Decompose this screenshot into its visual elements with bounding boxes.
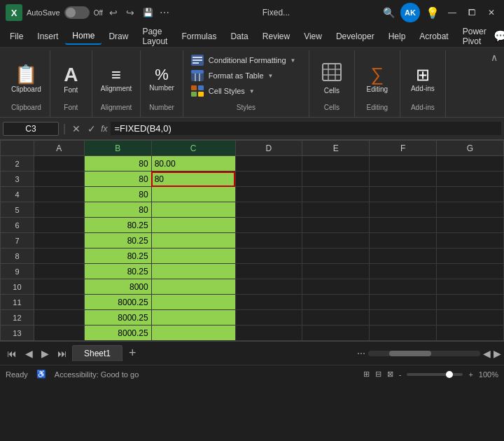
editing-button[interactable]: ∑ Editing (361, 53, 393, 104)
cell-d7[interactable] (235, 233, 302, 248)
zoom-plus-button[interactable]: + (468, 370, 472, 379)
cell-c5[interactable] (151, 202, 235, 218)
cell-d12[interactable] (235, 310, 302, 326)
format-as-table-button[interactable]: Format as Table ▼ (188, 69, 304, 83)
spreadsheet[interactable]: A B C D E F G 2 80 80.00 (0, 140, 504, 341)
menu-insert[interactable]: Insert (30, 29, 65, 44)
cell-g8[interactable] (437, 248, 504, 264)
menu-view[interactable]: View (297, 29, 329, 44)
cell-g11[interactable] (437, 295, 504, 310)
cell-a9[interactable] (34, 264, 84, 279)
cells-button[interactable]: Cells (316, 53, 347, 104)
undo-icon[interactable]: ↩ (107, 7, 120, 18)
cell-reference-input[interactable] (3, 122, 59, 136)
cell-g3[interactable] (437, 172, 504, 187)
cell-b12[interactable]: 8000.25 (84, 310, 151, 326)
cell-b8[interactable]: 80.25 (84, 248, 151, 264)
cell-d6[interactable] (235, 218, 302, 233)
cell-g13[interactable] (437, 326, 504, 341)
cell-e13[interactable] (302, 326, 370, 341)
col-header-g[interactable]: G (437, 141, 504, 156)
user-avatar[interactable]: AK (400, 3, 420, 22)
cell-e5[interactable] (302, 202, 370, 218)
cell-c10[interactable] (151, 279, 235, 295)
cell-c11[interactable] (151, 295, 235, 310)
cell-f8[interactable] (370, 248, 437, 264)
cell-d10[interactable] (235, 279, 302, 295)
cell-c6[interactable] (151, 218, 235, 233)
cell-f5[interactable] (370, 202, 437, 218)
formula-input[interactable] (111, 122, 502, 135)
lightbulb-icon[interactable]: 💡 (426, 6, 440, 20)
cell-a13[interactable] (34, 326, 84, 341)
cell-b3[interactable]: 80 (84, 172, 151, 187)
tab-nav-left-start[interactable]: ⏮ (3, 345, 21, 362)
number-button[interactable]: % Number (145, 53, 178, 104)
comments-icon[interactable]: 💬 (493, 29, 504, 43)
cell-a4[interactable] (34, 187, 84, 202)
cell-b5[interactable]: 80 (84, 202, 151, 218)
clipboard-button[interactable]: 📋 Clipboard (7, 53, 46, 104)
autosave-toggle[interactable] (64, 6, 90, 19)
menu-data[interactable]: Data (223, 29, 255, 44)
col-header-a[interactable]: A (34, 141, 84, 156)
cell-f7[interactable] (370, 233, 437, 248)
menu-help[interactable]: Help (382, 29, 413, 44)
cell-f11[interactable] (370, 295, 437, 310)
menu-home[interactable]: Home (65, 28, 102, 45)
horizontal-scrollbar[interactable] (368, 351, 480, 356)
cell-e11[interactable] (302, 295, 370, 310)
cell-b4[interactable]: 80 (84, 187, 151, 202)
save-icon[interactable]: 💾 (141, 8, 155, 18)
menu-acrobat[interactable]: Acrobat (412, 29, 455, 44)
cell-b10[interactable]: 8000 (84, 279, 151, 295)
cell-b13[interactable]: 8000.25 (84, 326, 151, 341)
tab-nav-right[interactable]: ▶ (37, 345, 53, 362)
col-header-c[interactable]: C (151, 141, 235, 156)
cell-e10[interactable] (302, 279, 370, 295)
cell-g10[interactable] (437, 279, 504, 295)
col-header-e[interactable]: E (302, 141, 370, 156)
cell-a11[interactable] (34, 295, 84, 310)
cell-b6[interactable]: 80.25 (84, 218, 151, 233)
ribbon-collapse-button[interactable]: ∧ (487, 50, 501, 64)
cell-d13[interactable] (235, 326, 302, 341)
formula-cancel-icon[interactable]: ✕ (70, 123, 83, 134)
cell-b2[interactable]: 80 (84, 156, 151, 172)
cell-c3[interactable]: 80 (151, 172, 235, 187)
cell-g9[interactable] (437, 264, 504, 279)
cell-d2[interactable] (235, 156, 302, 172)
cell-g2[interactable] (437, 156, 504, 172)
cell-d4[interactable] (235, 187, 302, 202)
redo-icon[interactable]: ↪ (124, 7, 136, 18)
cell-f2[interactable] (370, 156, 437, 172)
cell-g4[interactable] (437, 187, 504, 202)
cell-e6[interactable] (302, 218, 370, 233)
font-button[interactable]: A Font (55, 53, 87, 104)
cell-f10[interactable] (370, 279, 437, 295)
cell-f12[interactable] (370, 310, 437, 326)
cell-c2[interactable]: 80.00 (151, 156, 235, 172)
zoom-minus-button[interactable]: - (399, 370, 402, 379)
col-header-b[interactable]: B (84, 141, 151, 156)
cell-e9[interactable] (302, 264, 370, 279)
cell-b7[interactable]: 80.25 (84, 233, 151, 248)
zoom-slider[interactable] (407, 373, 463, 376)
page-layout-view-icon[interactable]: ⊟ (375, 370, 382, 379)
menu-formulas[interactable]: Formulas (174, 29, 223, 44)
cell-c12[interactable] (151, 310, 235, 326)
tab-nav-left[interactable]: ◀ (21, 345, 37, 362)
menu-draw[interactable]: Draw (102, 29, 135, 44)
cell-d5[interactable] (235, 202, 302, 218)
scroll-left-icon[interactable]: ◀ (483, 348, 491, 359)
col-header-f[interactable]: F (370, 141, 437, 156)
cell-d3[interactable] (235, 172, 302, 187)
cell-d11[interactable] (235, 295, 302, 310)
close-button[interactable]: ✕ (484, 6, 498, 20)
cell-a3[interactable] (34, 172, 84, 187)
menu-developer[interactable]: Developer (329, 29, 382, 44)
cell-a6[interactable] (34, 218, 84, 233)
sheet-tab-sheet1[interactable]: Sheet1 (72, 345, 122, 361)
menu-review[interactable]: Review (255, 29, 297, 44)
cell-e4[interactable] (302, 187, 370, 202)
